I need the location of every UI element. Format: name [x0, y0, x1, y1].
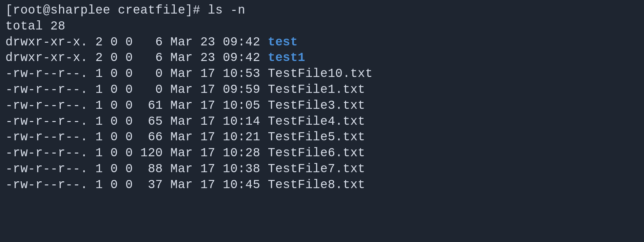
file-name: TestFile1.txt [268, 83, 365, 97]
terminal-output[interactable]: [root@sharplee creatfile]# ls -n total 2… [5, 3, 639, 193]
file-entry: -rw-r--r--. 1 0 0 61 Mar 17 10:05 TestFi… [5, 98, 639, 114]
permissions: -rw-r--r--. [5, 67, 88, 81]
file-meta: 1 0 0 37 Mar 17 10:45 [88, 178, 268, 192]
file-entry: -rw-r--r--. 1 0 0 65 Mar 17 10:14 TestFi… [5, 114, 639, 130]
command-text: ls -n [208, 3, 246, 17]
file-entry: -rw-r--r--. 1 0 0 120 Mar 17 10:28 TestF… [5, 145, 639, 161]
file-entry: drwxr-xr-x. 2 0 0 6 Mar 23 09:42 test [5, 35, 639, 51]
file-name: TestFile4.txt [268, 115, 365, 128]
shell-prompt: [root@sharplee creatfile]# [5, 3, 208, 17]
file-entry: -rw-r--r--. 1 0 0 0 Mar 17 10:53 TestFil… [5, 66, 639, 82]
file-meta: 2 0 0 6 Mar 23 09:42 [88, 35, 268, 49]
directory-name: test [268, 35, 298, 49]
file-meta: 1 0 0 61 Mar 17 10:05 [88, 99, 268, 113]
file-meta: 1 0 0 120 Mar 17 10:28 [88, 146, 268, 160]
permissions: -rw-r--r--. [5, 178, 88, 192]
file-entry: drwxr-xr-x. 2 0 0 6 Mar 23 09:42 test1 [5, 50, 639, 66]
file-meta: 2 0 0 6 Mar 23 09:42 [88, 51, 268, 65]
command-line: [root@sharplee creatfile]# ls -n [5, 3, 639, 19]
file-entry: -rw-r--r--. 1 0 0 88 Mar 17 10:38 TestFi… [5, 161, 639, 177]
file-meta: 1 0 0 65 Mar 17 10:14 [88, 115, 268, 128]
permissions: drwxr-xr-x. [5, 35, 88, 49]
permissions: drwxr-xr-x. [5, 51, 88, 65]
file-meta: 1 0 0 0 Mar 17 09:59 [88, 83, 268, 97]
permissions: -rw-r--r--. [5, 83, 88, 97]
permissions: -rw-r--r--. [5, 162, 88, 176]
permissions: -rw-r--r--. [5, 99, 88, 113]
file-entry: -rw-r--r--. 1 0 0 0 Mar 17 09:59 TestFil… [5, 82, 639, 98]
permissions: -rw-r--r--. [5, 130, 88, 144]
file-meta: 1 0 0 66 Mar 17 10:21 [88, 130, 268, 144]
file-name: TestFile3.txt [268, 99, 365, 113]
file-name: TestFile5.txt [268, 130, 365, 144]
file-meta: 1 0 0 0 Mar 17 10:53 [88, 67, 268, 81]
file-meta: 1 0 0 88 Mar 17 10:38 [88, 162, 268, 176]
permissions: -rw-r--r--. [5, 146, 88, 160]
file-name: TestFile10.txt [268, 67, 373, 81]
total-line: total 28 [5, 19, 639, 35]
file-name: TestFile7.txt [268, 162, 365, 176]
file-listing: drwxr-xr-x. 2 0 0 6 Mar 23 09:42 testdrw… [5, 35, 639, 193]
file-entry: -rw-r--r--. 1 0 0 37 Mar 17 10:45 TestFi… [5, 177, 639, 193]
file-name: TestFile8.txt [268, 178, 365, 192]
directory-name: test1 [268, 51, 306, 65]
file-entry: -rw-r--r--. 1 0 0 66 Mar 17 10:21 TestFi… [5, 129, 639, 145]
file-name: TestFile6.txt [268, 146, 365, 160]
permissions: -rw-r--r--. [5, 115, 88, 128]
